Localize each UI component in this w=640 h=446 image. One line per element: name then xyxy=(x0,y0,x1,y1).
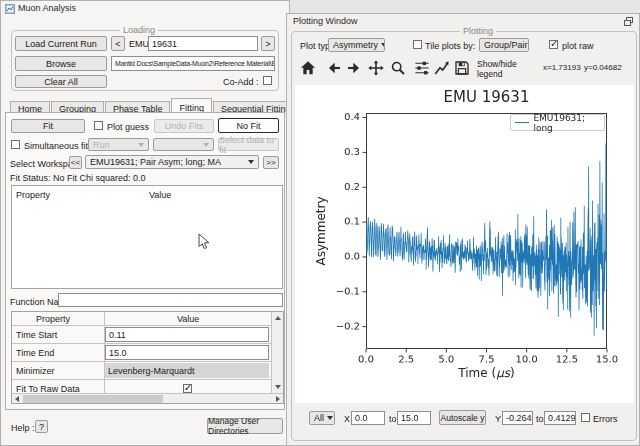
legend-line-sample xyxy=(515,122,529,123)
muon-analysis-window: Muon Analysis Loading Load Current Run <… xyxy=(0,0,290,446)
tile-plots-label: Tile plots by: xyxy=(425,41,475,51)
workspace-combo[interactable]: EMU19631; Pair Asym; long; MA xyxy=(85,155,259,169)
autoscale-y-button[interactable]: Autoscale y xyxy=(439,410,486,425)
chart-ylabel: Asymmetry xyxy=(314,196,328,265)
y-to-label: to xyxy=(536,414,544,424)
property-value[interactable]: Levenberg-Marquardt xyxy=(105,363,269,378)
save-icon[interactable] xyxy=(453,59,471,77)
plot-raw-label: plot raw xyxy=(562,41,594,51)
property-name: Time Start xyxy=(16,330,57,340)
y-range-label: Y xyxy=(495,414,501,424)
forward-icon[interactable] xyxy=(345,59,363,77)
y-max-input[interactable]: 0.41294 xyxy=(544,411,576,425)
axis-scope-value: All xyxy=(314,413,324,423)
figure: EMU 19631 Asymmetry Time (μs) EMU19631; … xyxy=(295,85,634,403)
legend-entry: EMU19631; long xyxy=(533,113,600,133)
window-title: Muon Analysis xyxy=(18,3,76,13)
xlabel-post: ) xyxy=(510,366,515,380)
table2-property-header: Property xyxy=(36,314,70,324)
x-range-label: X xyxy=(344,414,350,424)
run-number-input[interactable]: 19631 xyxy=(148,36,258,51)
xlabel-pre: Time ( xyxy=(458,366,496,380)
fit-status-text: Fit Status: No Fit Chi squared: 0.0 xyxy=(10,173,146,183)
back-icon[interactable] xyxy=(325,59,343,77)
no-fit-button[interactable]: No Fit xyxy=(218,118,279,133)
function-name-input[interactable] xyxy=(58,293,283,307)
property-name: Minimizer xyxy=(16,366,55,376)
customize-icon[interactable] xyxy=(433,59,451,77)
scroll-right-icon[interactable] xyxy=(276,396,280,402)
chevron-down-icon xyxy=(327,416,333,420)
mouse-cursor xyxy=(198,233,210,250)
errors-checkbox[interactable] xyxy=(581,413,590,422)
scroll-thumb[interactable] xyxy=(23,395,163,403)
chart-xlabel: Time (μs) xyxy=(366,366,607,380)
simultaneous-fit-checkbox[interactable] xyxy=(11,140,20,149)
next-run-button[interactable]: > xyxy=(261,36,275,51)
plotting-window-title: Plotting Window xyxy=(293,16,358,26)
errors-label: Errors xyxy=(593,414,618,424)
simultaneous-scope-combo[interactable]: Run xyxy=(88,138,149,151)
workspace-value: EMU19631; Pair Asym; long; MA xyxy=(90,157,221,167)
file-path-field[interactable]: Mantid Docs\SampleData-Muon2\Reference M… xyxy=(111,56,275,71)
chart-legend[interactable]: EMU19631; long xyxy=(510,114,605,131)
tile-plots-combo[interactable]: Group/Pair xyxy=(479,38,529,52)
scroll-left-icon[interactable] xyxy=(15,396,19,402)
co-add-label: Co-Add : xyxy=(223,77,259,87)
property-value[interactable]: 15.0 xyxy=(105,345,269,360)
help-button[interactable]: ? xyxy=(35,420,48,433)
column-divider xyxy=(104,312,105,393)
home-icon[interactable] xyxy=(299,59,317,77)
scroll-up-icon[interactable] xyxy=(275,316,281,320)
float-window-icon[interactable] xyxy=(624,17,633,26)
xlabel-unit: μs xyxy=(496,366,510,380)
fit-function-table[interactable]: Property Value xyxy=(11,185,283,289)
simultaneous-scope-value: Run xyxy=(93,140,110,150)
muon-analysis-titlebar[interactable]: Muon Analysis xyxy=(1,1,289,16)
browse-button[interactable]: Browse xyxy=(15,56,107,71)
workspace-next-button[interactable]: >> xyxy=(263,156,279,169)
tile-plots-checkbox[interactable] xyxy=(413,40,422,49)
plotting-window: Plotting Window Plotting Plot type : Asy… xyxy=(286,13,640,446)
axis-scope-combo[interactable]: All xyxy=(309,411,335,425)
plot-guess-checkbox[interactable] xyxy=(94,121,103,130)
table1-property-header: Property xyxy=(16,190,50,200)
loading-group-label: Loading xyxy=(120,25,158,35)
screen: Muon Analysis Loading Load Current Run <… xyxy=(0,0,640,446)
property-value[interactable]: 0.11 xyxy=(105,327,269,342)
plot-raw-checkbox[interactable] xyxy=(549,40,558,49)
instrument-label: EMU xyxy=(129,39,149,49)
previous-run-button[interactable]: < xyxy=(111,36,125,51)
plot-guess-label: Plot guess xyxy=(107,122,149,132)
property-checkbox[interactable] xyxy=(183,384,192,393)
co-add-checkbox[interactable] xyxy=(263,76,272,85)
plot-canvas[interactable] xyxy=(295,85,634,403)
vertical-scrollbar[interactable] xyxy=(271,312,283,393)
app-icon xyxy=(5,4,15,14)
subplots-icon[interactable] xyxy=(413,59,431,77)
x-max-input[interactable]: 15.0 xyxy=(397,411,431,425)
manage-user-directories-button[interactable]: Manage User Directories xyxy=(207,418,283,434)
zoom-icon[interactable] xyxy=(389,59,407,77)
y-min-input[interactable]: -0.2640 xyxy=(502,411,533,425)
pan-icon[interactable] xyxy=(367,59,385,77)
undo-fits-button[interactable]: Undo Fits xyxy=(154,119,214,133)
horizontal-scrollbar[interactable] xyxy=(12,393,283,403)
cursor-y-readout: y=0.04682 xyxy=(584,63,622,72)
simultaneous-value-combo[interactable] xyxy=(153,138,214,151)
x-min-input[interactable]: 0.0 xyxy=(351,411,385,425)
load-current-run-button[interactable]: Load Current Run xyxy=(15,36,107,51)
chevron-down-icon xyxy=(203,143,209,147)
chevron-down-icon xyxy=(381,43,385,47)
workspace-prev-button[interactable]: << xyxy=(69,156,82,169)
chevron-down-icon xyxy=(138,143,144,147)
plot-type-combo[interactable]: Asymmetry xyxy=(328,38,385,52)
clear-all-button[interactable]: Clear All xyxy=(15,75,107,88)
property-name: Time End xyxy=(16,348,54,358)
scroll-down-icon[interactable] xyxy=(275,385,281,389)
select-data-to-fit-button[interactable]: Select data to fit xyxy=(218,138,279,151)
show-hide-legend-button[interactable]: Show/hide legend xyxy=(477,61,533,77)
fit-button[interactable]: Fit xyxy=(11,119,85,133)
settings-row-time-start: Time Start0.11 xyxy=(12,325,271,344)
cursor-x-readout: x=1.73193 xyxy=(543,63,581,72)
